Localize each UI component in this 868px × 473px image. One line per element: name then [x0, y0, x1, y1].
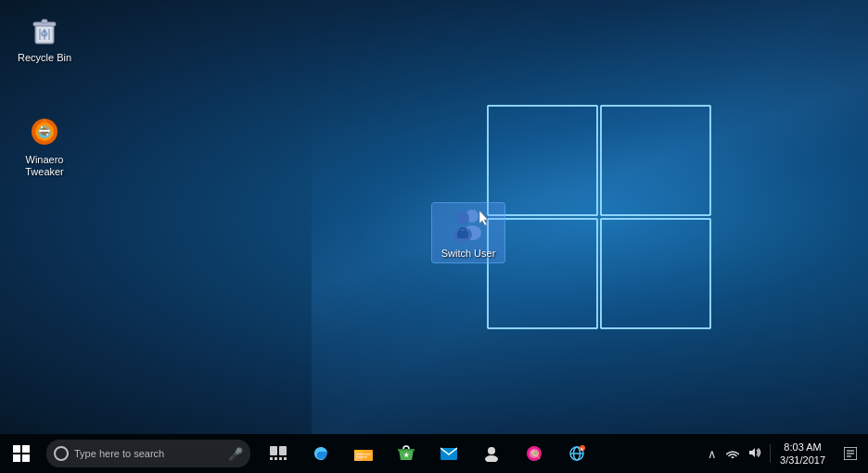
recycle-bin-image: ♻	[26, 11, 63, 48]
start-button[interactable]	[0, 434, 43, 473]
svg-point-63	[485, 455, 498, 462]
search-placeholder: Type here to search	[74, 448, 228, 459]
system-clock[interactable]: 8:03 AM 3/31/2017	[772, 434, 833, 473]
task-view-button[interactable]	[258, 434, 299, 473]
svg-rect-59	[356, 456, 367, 458]
svg-text:♻: ♻	[40, 29, 48, 39]
windows-logo	[469, 87, 729, 347]
network-icon[interactable]	[723, 445, 742, 463]
svg-marker-73	[749, 448, 755, 457]
svg-marker-45	[479, 211, 488, 225]
svg-point-62	[488, 447, 495, 454]
tray-divider	[770, 444, 771, 463]
clock-date: 3/31/2017	[780, 454, 825, 467]
svg-text:🍭: 🍭	[530, 449, 542, 460]
svg-rect-51	[279, 446, 287, 455]
taskbar: Type here to search 🎤	[0, 434, 868, 473]
svg-rect-38	[46, 134, 48, 135]
taskbar-pinned-apps: ★ 🍭	[258, 434, 597, 473]
switch-user-image	[446, 207, 491, 248]
svg-rect-5	[601, 106, 710, 215]
people-button[interactable]	[471, 434, 512, 473]
svg-rect-58	[356, 454, 371, 455]
svg-rect-53	[274, 457, 277, 460]
svg-text:★: ★	[403, 452, 410, 458]
internet-explorer-button[interactable]: e	[556, 434, 597, 473]
svg-rect-55	[284, 457, 287, 460]
search-icon	[54, 446, 69, 461]
svg-text:e: e	[581, 446, 583, 452]
clock-time: 8:03 AM	[784, 441, 821, 454]
system-tray: ∧ 8:03 AM 3/	[701, 434, 868, 473]
svg-point-41	[456, 211, 469, 224]
svg-rect-49	[22, 454, 30, 462]
search-bar[interactable]: Type here to search 🎤	[46, 440, 250, 467]
volume-icon[interactable]	[746, 445, 764, 463]
svg-rect-7	[601, 219, 710, 328]
recycle-bin-label: Recycle Bin	[18, 52, 71, 64]
svg-rect-47	[22, 445, 30, 453]
microphone-icon: 🎤	[228, 447, 243, 461]
svg-rect-36	[39, 130, 50, 132]
winaero-tweaker-icon[interactable]: Winaero Tweaker	[7, 109, 82, 182]
svg-rect-37	[41, 126, 43, 128]
store-button[interactable]: ★	[386, 434, 427, 473]
svg-rect-54	[279, 457, 282, 460]
svg-point-72	[732, 456, 734, 458]
svg-rect-46	[13, 445, 20, 453]
switch-user-icon[interactable]: Switch User	[431, 202, 505, 263]
winaero-tweaker-label: Winaero Tweaker	[11, 154, 78, 178]
show-hidden-icons-button[interactable]: ∧	[705, 445, 720, 463]
file-explorer-button[interactable]	[343, 434, 384, 473]
svg-rect-30	[42, 19, 47, 23]
winaero-tweaker-image	[26, 113, 63, 150]
desktop: ♻ Recycle Bin Winaero Tweaker	[0, 0, 868, 434]
switch-user-label: Switch User	[441, 248, 496, 259]
candy-crush-button[interactable]: 🍭	[514, 434, 555, 473]
tray-icons-group: ∧	[701, 445, 768, 463]
svg-rect-48	[13, 454, 20, 462]
recycle-bin-icon[interactable]: ♻ Recycle Bin	[7, 7, 82, 68]
svg-rect-4	[488, 106, 597, 215]
action-center-button[interactable]	[833, 434, 868, 473]
edge-browser-button[interactable]	[300, 434, 341, 473]
svg-rect-50	[270, 446, 277, 455]
mail-button[interactable]	[428, 434, 469, 473]
svg-rect-52	[270, 457, 273, 460]
